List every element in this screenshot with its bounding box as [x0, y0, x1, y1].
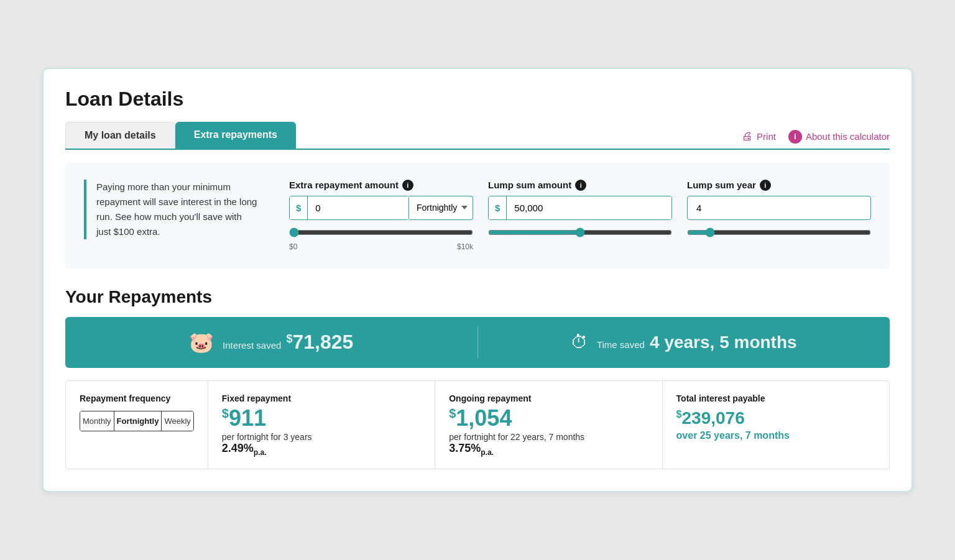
- frequency-cell: Repayment frequency Monthly Fortnightly …: [66, 381, 208, 469]
- time-saved-label: Time saved 4 years, 5 months: [597, 339, 797, 350]
- fixed-repayment-label: Fixed repayment: [222, 393, 421, 403]
- page-title: Loan Details: [65, 88, 890, 111]
- ongoing-repayment-label: Ongoing repayment: [449, 393, 648, 403]
- ongoing-repayment-cell: Ongoing repayment $1,054 per fortnight f…: [435, 381, 662, 469]
- summary-banner: 🐷 Interest saved $71,825 ⏱ Time saved 4 …: [65, 317, 890, 368]
- extra-description-text: Paying more than your minimum repayment …: [84, 180, 258, 239]
- extra-repayment-slider-labels: $0 $10k: [289, 242, 473, 251]
- interest-saved-text: Interest saved $71,825: [223, 331, 353, 354]
- extra-repayment-field: Extra repayment amount i $ Monthly Fortn…: [289, 180, 473, 251]
- interest-saved-label: Interest saved $71,825: [223, 340, 353, 351]
- frequency-buttons: Monthly Fortnightly Weekly: [80, 411, 194, 431]
- fixed-repayment-rate: 2.49%p.a.: [222, 442, 267, 454]
- fixed-repayment-desc: per fortnight for 3 years 2.49%p.a.: [222, 432, 421, 457]
- print-label: Print: [757, 131, 776, 142]
- lump-sum-input[interactable]: [507, 196, 671, 219]
- repayment-frequency-select[interactable]: Monthly Fortnightly Weekly: [409, 196, 473, 220]
- lump-sum-year-slider-row: [687, 227, 871, 240]
- extra-repayment-slider-row: $0 $10k: [289, 227, 473, 251]
- freq-btn-fortnightly[interactable]: Fortnightly: [114, 411, 162, 431]
- lump-sum-year-field: Lump sum year i: [687, 180, 871, 240]
- tabs-header: My loan details Extra repayments 🖨 Print…: [65, 122, 890, 150]
- time-saved-text: Time saved 4 years, 5 months: [597, 333, 797, 352]
- extra-repayment-input[interactable]: [308, 196, 408, 219]
- tabs-actions: 🖨 Print i About this calculator: [742, 130, 890, 149]
- lump-sum-year-input[interactable]: [687, 196, 871, 220]
- lump-sum-slider-row: [488, 227, 672, 240]
- extra-repayment-input-row: $ Monthly Fortnightly Weekly: [289, 196, 473, 220]
- lump-sum-field: Lump sum amount i $: [488, 180, 672, 240]
- total-interest-value: $239,076 over 25 years, 7 months: [676, 407, 875, 443]
- printer-icon: 🖨: [742, 130, 753, 143]
- extra-repayment-slider[interactable]: [289, 227, 473, 237]
- fixed-repayment-cell: Fixed repayment $911 per fortnight for 3…: [208, 381, 435, 469]
- lump-sum-info-icon[interactable]: i: [575, 180, 586, 191]
- extra-repayment-prefix: $: [290, 196, 308, 219]
- lump-sum-year-label: Lump sum year i: [687, 180, 871, 191]
- freq-btn-weekly[interactable]: Weekly: [162, 411, 193, 431]
- lump-sum-input-wrapper: $: [488, 196, 672, 220]
- fields-row: Extra repayment amount i $ Monthly Fortn…: [289, 180, 871, 251]
- tab-extra-repayments[interactable]: Extra repayments: [175, 122, 296, 149]
- tab-my-loan[interactable]: My loan details: [65, 122, 175, 149]
- extra-repayments-section: Paying more than your minimum repayment …: [65, 162, 890, 269]
- frequency-label: Repayment frequency: [80, 393, 194, 403]
- about-link[interactable]: i About this calculator: [788, 130, 890, 144]
- piggy-bank-icon: 🐷: [189, 331, 214, 354]
- ongoing-repayment-desc: per fortnight for 22 years, 7 months 3.7…: [449, 432, 648, 457]
- stopwatch-icon: ⏱: [571, 332, 588, 352]
- print-link[interactable]: 🖨 Print: [742, 130, 776, 143]
- lump-sum-year-info-icon[interactable]: i: [760, 180, 771, 191]
- total-interest-label: Total interest payable: [676, 393, 875, 403]
- repayment-details: Repayment frequency Monthly Fortnightly …: [65, 380, 890, 470]
- lump-sum-year-slider[interactable]: [687, 227, 871, 237]
- lump-sum-label: Lump sum amount i: [488, 180, 672, 191]
- lump-sum-prefix: $: [489, 196, 507, 219]
- extra-repayment-label: Extra repayment amount i: [289, 180, 473, 191]
- main-card: Loan Details My loan details Extra repay…: [42, 68, 913, 493]
- about-label: About this calculator: [806, 131, 890, 142]
- repayments-title: Your Repayments: [65, 287, 890, 307]
- extra-repayment-input-wrapper: $: [289, 196, 409, 220]
- freq-btn-monthly[interactable]: Monthly: [80, 411, 114, 431]
- fixed-repayment-amount: $911: [222, 407, 421, 429]
- ongoing-repayment-rate: 3.75%p.a.: [449, 442, 494, 454]
- tabs-left: My loan details Extra repayments: [65, 122, 296, 149]
- time-saved-half: ⏱ Time saved 4 years, 5 months: [478, 318, 890, 366]
- total-interest-cell: Total interest payable $239,076 over 25 …: [663, 381, 889, 469]
- lump-sum-slider[interactable]: [488, 227, 672, 237]
- ongoing-repayment-amount: $1,054: [449, 407, 648, 429]
- info-icon: i: [788, 130, 802, 144]
- interest-saved-half: 🐷 Interest saved $71,825: [65, 317, 478, 368]
- extra-repayment-info-icon[interactable]: i: [402, 180, 413, 191]
